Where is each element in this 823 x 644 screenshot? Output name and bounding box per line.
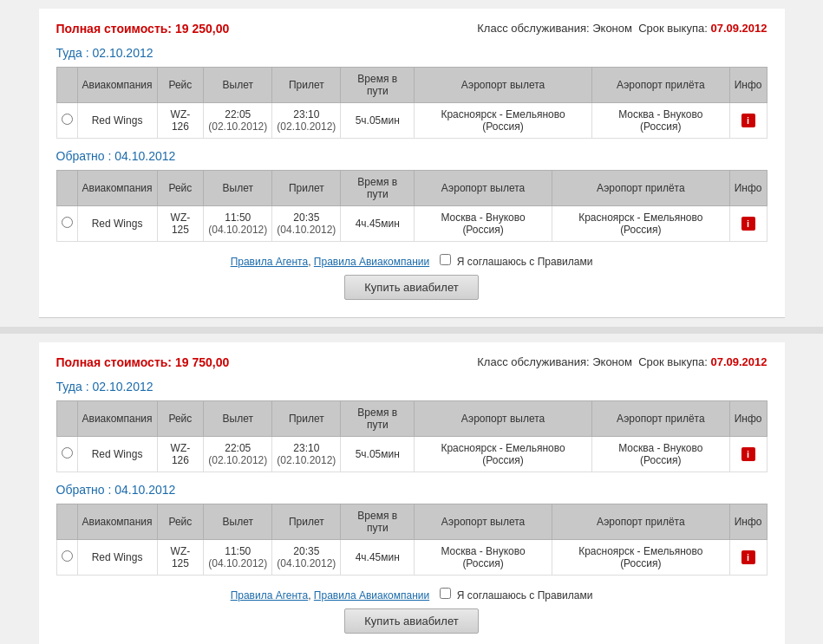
- airport-from-cell: Москва - Внуково (Россия): [415, 206, 552, 242]
- row-radio-cell[interactable]: [56, 437, 77, 472]
- col-header-3: Прилет: [272, 504, 341, 540]
- outbound-table: АвиакомпанияРейсВылетПрилетВремя в путиА…: [56, 67, 767, 139]
- departure-cell: 22:05(02.10.2012): [204, 103, 272, 139]
- info-icon[interactable]: i: [741, 217, 755, 231]
- col-header-0: Авиакомпания: [77, 401, 157, 437]
- airport-to-cell: Москва - Внуково (Россия): [591, 437, 729, 472]
- col-header-7: Инфо: [729, 504, 767, 540]
- col-header-5: Аэропорт вылета: [415, 504, 552, 540]
- col-header-0: Авиакомпания: [77, 504, 157, 540]
- class-info: Класс обслуживания: Эконом Срок выкупа: …: [477, 22, 767, 35]
- flight-radio[interactable]: [62, 114, 73, 125]
- col-header-0: Авиакомпания: [77, 68, 157, 103]
- buy-btn-row: Купить авиабилет: [56, 275, 767, 300]
- agree-text: Я соглашаюсь с Правилами: [457, 589, 593, 602]
- agree-label[interactable]: Я соглашаюсь с Правилами: [440, 256, 593, 268]
- agree-label[interactable]: Я соглашаюсь с Правилами: [440, 589, 593, 602]
- expiry-date: 07.09.2012: [710, 355, 767, 368]
- return-table: АвиакомпанияРейсВылетПрилетВремя в путиА…: [56, 504, 767, 576]
- col-header-6: Аэропорт прилёта: [552, 504, 729, 540]
- total-price: Полная стоимость: 19 250,00: [56, 22, 230, 36]
- flight-radio[interactable]: [62, 550, 73, 562]
- return-table: АвиакомпанияРейсВылетПрилетВремя в путиА…: [56, 170, 767, 242]
- agree-checkbox[interactable]: [440, 588, 451, 599]
- airline-rules-link[interactable]: Правила Авиакомпании: [314, 256, 429, 268]
- col-header-1: Рейс: [157, 504, 204, 540]
- buy-btn-row: Купить авиабилет: [56, 608, 767, 634]
- expiry-date: 07.09.2012: [710, 22, 767, 35]
- rules-row: Правила Агента, Правила Авиакомпании Я с…: [56, 254, 767, 268]
- agree-checkbox[interactable]: [440, 254, 451, 265]
- arrival-cell: 23:10(02.10.2012): [272, 103, 341, 139]
- table-row: Red Wings WZ-125 11:50(04.10.2012) 20:35…: [56, 540, 767, 576]
- airport-to-cell: Москва - Внуково (Россия): [591, 103, 729, 139]
- info-cell[interactable]: i: [729, 437, 767, 472]
- duration-cell: 4ч.45мин: [341, 540, 415, 576]
- col-radio: [56, 504, 77, 540]
- outbound-title: Туда : 02.10.2012: [56, 46, 767, 60]
- col-header-4: Время в пути: [341, 171, 415, 206]
- airport-to-cell: Красноярск - Емельяново (Россия): [552, 206, 729, 242]
- row-radio-cell[interactable]: [56, 103, 77, 139]
- flight-cell: WZ-126: [157, 103, 204, 139]
- col-header-0: Авиакомпания: [77, 171, 157, 206]
- info-cell[interactable]: i: [729, 540, 767, 576]
- arrival-cell: 23:10(02.10.2012): [272, 437, 341, 472]
- row-radio-cell[interactable]: [56, 206, 77, 242]
- airport-to-cell: Красноярск - Емельяново (Россия): [552, 540, 729, 576]
- info-icon[interactable]: i: [741, 447, 755, 461]
- col-header-7: Инфо: [729, 401, 767, 437]
- col-header-4: Время в пути: [341, 504, 415, 540]
- col-header-6: Аэропорт прилёта: [552, 171, 729, 206]
- col-header-1: Рейс: [157, 401, 204, 437]
- table-row: Red Wings WZ-126 22:05(02.10.2012) 23:10…: [56, 437, 767, 472]
- duration-cell: 5ч.05мин: [341, 103, 415, 139]
- buy-button[interactable]: Купить авиабилет: [344, 608, 478, 634]
- return-title: Обратно : 04.10.2012: [56, 149, 767, 163]
- flight-radio[interactable]: [62, 217, 73, 228]
- col-header-5: Аэропорт вылета: [415, 171, 552, 206]
- flight-radio[interactable]: [62, 447, 73, 459]
- airport-from-cell: Москва - Внуково (Россия): [415, 540, 552, 576]
- col-header-4: Время в пути: [341, 401, 415, 437]
- block-header: Полная стоимость: 19 250,00 Класс обслуж…: [56, 22, 767, 36]
- separator: [0, 327, 823, 334]
- rules-row: Правила Агента, Правила Авиакомпании Я с…: [56, 588, 767, 602]
- col-header-6: Аэропорт прилёта: [591, 68, 729, 103]
- airline-rules-link[interactable]: Правила Авиакомпании: [314, 589, 429, 602]
- agree-text: Я соглашаюсь с Правилами: [457, 256, 593, 268]
- agent-rules-link[interactable]: Правила Агента: [231, 589, 309, 602]
- flight-cell: WZ-126: [157, 437, 204, 472]
- table-row: Red Wings WZ-126 22:05(02.10.2012) 23:10…: [56, 103, 767, 139]
- col-header-2: Вылет: [204, 504, 272, 540]
- row-radio-cell[interactable]: [56, 540, 77, 576]
- col-radio: [56, 401, 77, 437]
- airline-cell: Red Wings: [77, 206, 157, 242]
- info-cell[interactable]: i: [729, 206, 767, 242]
- outbound-table: АвиакомпанияРейсВылетПрилетВремя в путиА…: [56, 400, 767, 472]
- departure-cell: 11:50(04.10.2012): [204, 206, 272, 242]
- buy-button[interactable]: Купить авиабилет: [344, 275, 478, 300]
- col-radio: [56, 68, 77, 103]
- return-title: Обратно : 04.10.2012: [56, 483, 767, 497]
- info-cell[interactable]: i: [729, 103, 767, 139]
- col-header-5: Аэропорт вылета: [415, 68, 592, 103]
- block-header: Полная стоимость: 19 750,00 Класс обслуж…: [56, 355, 767, 369]
- col-header-4: Время в пути: [341, 68, 415, 103]
- airline-cell: Red Wings: [77, 103, 157, 139]
- airport-from-cell: Красноярск - Емельяново (Россия): [415, 103, 592, 139]
- info-icon[interactable]: i: [741, 114, 755, 127]
- duration-cell: 4ч.45мин: [341, 206, 415, 242]
- total-price: Полная стоимость: 19 750,00: [56, 355, 230, 369]
- info-icon[interactable]: i: [741, 550, 755, 564]
- arrival-cell: 20:35(04.10.2012): [272, 206, 341, 242]
- duration-cell: 5ч.05мин: [341, 437, 415, 472]
- ticket-block-1: Полная стоимость: 19 750,00 Класс обслуж…: [39, 342, 785, 644]
- col-header-2: Вылет: [204, 401, 272, 437]
- agent-rules-link[interactable]: Правила Агента: [231, 256, 309, 268]
- col-header-7: Инфо: [729, 171, 767, 206]
- flight-cell: WZ-125: [157, 540, 204, 576]
- col-header-2: Вылет: [204, 68, 272, 103]
- airline-cell: Red Wings: [77, 437, 157, 472]
- departure-cell: 22:05(02.10.2012): [204, 437, 272, 472]
